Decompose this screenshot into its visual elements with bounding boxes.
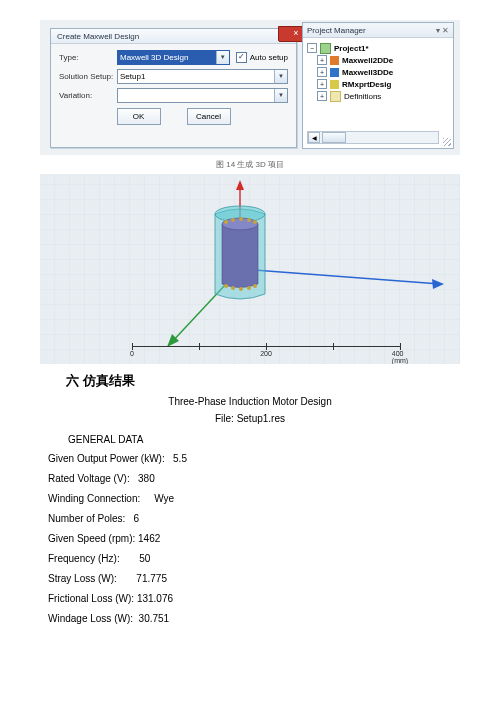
expand-icon[interactable]: + [317, 55, 327, 65]
project-tree[interactable]: − Project1* + Maxwell2DDe + Maxwell3DDe … [303, 38, 453, 102]
report-row: Stray Loss (W): 71.775 [48, 573, 460, 584]
report-row: Given Output Power (kW): 5.5 [48, 453, 460, 464]
label-type: Type: [59, 53, 117, 62]
report-row-value: 380 [130, 473, 155, 484]
tree-item[interactable]: Definitions [344, 92, 381, 101]
viewport-svg [40, 174, 460, 364]
report-row-key: Rated Voltage (V): [48, 473, 130, 484]
report-row: Number of Poles: 6 [48, 513, 460, 524]
report-row: Frictional Loss (W): 131.076 [48, 593, 460, 604]
solution-dropdown-value: Setup1 [120, 72, 145, 81]
report-title: Three-Phase Induction Motor Design [40, 396, 460, 407]
tree-item[interactable]: RMxprtDesig [342, 80, 391, 89]
svg-point-10 [239, 217, 243, 221]
type-dropdown[interactable]: Maxwell 3D Design ▼ [117, 50, 230, 65]
expand-icon[interactable]: + [317, 79, 327, 89]
svg-point-13 [224, 284, 228, 288]
expand-icon[interactable]: − [307, 43, 317, 53]
report-row-key: Stray Loss (W): [48, 573, 117, 584]
svg-line-2 [240, 269, 440, 284]
report-row-value: 6 [125, 513, 139, 524]
scale-tick-0: 0 [130, 350, 134, 357]
report-row: Frequency (Hz): 50 [48, 553, 460, 564]
report-row-value: 5.5 [165, 453, 187, 464]
report-row-key: Frictional Loss (W): [48, 593, 134, 604]
general-data-heading: GENERAL DATA [68, 434, 460, 445]
project-icon [320, 43, 331, 54]
chevron-down-icon[interactable]: ▼ [274, 70, 287, 83]
resize-handle-icon[interactable] [443, 138, 451, 146]
figure-caption: 图 14 生成 3D 项目 [40, 159, 460, 170]
svg-point-8 [224, 220, 228, 224]
label-variation: Variation: [59, 91, 117, 100]
tree-item[interactable]: Maxwell3DDe [342, 68, 393, 77]
scale-tick-200: 200 [260, 350, 272, 357]
screenshot-create-and-project-manager: × Create Maxwell Design Type: Maxwell 3D… [40, 20, 460, 155]
tree-item[interactable]: Maxwell2DDe [342, 56, 393, 65]
report-row-key: Number of Poles: [48, 513, 125, 524]
svg-marker-3 [432, 279, 444, 289]
report-row-key: Windage Loss (W): [48, 613, 133, 624]
svg-point-11 [247, 218, 251, 222]
report-row-value: Wye [140, 493, 174, 504]
auto-setup-label: Auto setup [250, 53, 288, 62]
scroll-left-icon[interactable]: ◀ [308, 132, 320, 143]
project-manager-panel: Project Manager ▾ ✕ − Project1* + Maxwel… [302, 22, 454, 149]
report-row-value: 131.076 [134, 593, 173, 604]
create-maxwell-design-dialog: × Create Maxwell Design Type: Maxwell 3D… [50, 28, 297, 148]
svg-point-14 [231, 286, 235, 290]
report-row-value: 71.775 [117, 573, 167, 584]
cancel-button[interactable]: Cancel [187, 108, 231, 125]
horizontal-scrollbar[interactable]: ◀ [307, 131, 439, 144]
panel-controls[interactable]: ▾ ✕ [436, 26, 449, 35]
report-row-key: Winding Connection: [48, 493, 140, 504]
report-row: Windage Loss (W): 30.751 [48, 613, 460, 624]
report-row: Given Speed (rpm): 1462 [48, 533, 460, 544]
solution-dropdown[interactable]: Setup1 ▼ [117, 69, 288, 84]
scale-tick-400: 400 (mm) [392, 350, 408, 364]
checkbox-icon: ✓ [236, 52, 247, 63]
auto-setup-checkbox[interactable]: ✓ Auto setup [236, 52, 288, 63]
svg-point-12 [253, 220, 257, 224]
scroll-thumb[interactable] [322, 132, 346, 143]
label-solution: Solution Setup: [59, 72, 117, 81]
svg-point-9 [231, 218, 235, 222]
svg-point-16 [247, 286, 251, 290]
viewport-3d[interactable]: 0 200 400 (mm) [40, 174, 460, 364]
report-row: Rated Voltage (V): 380 [48, 473, 460, 484]
project-manager-title: Project Manager [307, 26, 366, 35]
report-row-key: Given Speed (rpm): [48, 533, 135, 544]
design-icon [330, 68, 339, 77]
dialog-title: Create Maxwell Design [51, 29, 296, 44]
svg-point-15 [239, 287, 243, 291]
ok-button[interactable]: OK [117, 108, 161, 125]
scale-bar: 0 200 400 (mm) [132, 342, 400, 356]
section-heading: 六 仿真结果 [66, 372, 460, 390]
chevron-down-icon[interactable]: ▼ [274, 89, 287, 102]
design-icon [330, 56, 339, 65]
expand-icon[interactable]: + [317, 91, 327, 101]
svg-point-17 [253, 284, 257, 288]
folder-icon [330, 91, 341, 102]
expand-icon[interactable]: + [317, 67, 327, 77]
tree-root[interactable]: Project1* [334, 44, 369, 53]
chevron-down-icon[interactable]: ▼ [216, 51, 229, 64]
report-row-key: Frequency (Hz): [48, 553, 120, 564]
report-row-value: 1462 [135, 533, 160, 544]
design-icon [330, 80, 339, 89]
report-row-value: 50 [120, 553, 151, 564]
report-row-value: 30.751 [133, 613, 169, 624]
variation-dropdown[interactable]: ▼ [117, 88, 288, 103]
report-row-key: Given Output Power (kW): [48, 453, 165, 464]
type-dropdown-value: Maxwell 3D Design [120, 53, 188, 62]
report-row: Winding Connection: Wye [48, 493, 460, 504]
svg-marker-1 [236, 180, 244, 190]
report-file: File: Setup1.res [40, 413, 460, 424]
